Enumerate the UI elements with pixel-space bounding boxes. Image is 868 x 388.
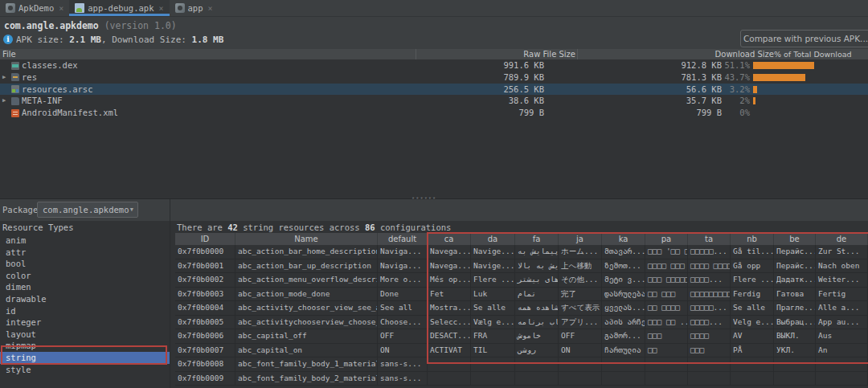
resource-type-string[interactable]: string <box>0 352 170 364</box>
tab-app-debug-apk[interactable]: app-debug.apk × <box>69 0 169 16</box>
string-cell: Selecc... <box>428 316 471 329</box>
file-row[interactable]: classes.dex991.6 KB912.8 KB51.1% <box>0 59 868 71</box>
string-cell: 0x7f0b0005 <box>175 316 235 329</box>
chevron-right-icon[interactable]: ▶ <box>2 71 6 84</box>
string-cell <box>428 372 471 386</box>
string-cell: 0x7f0b0008 <box>175 357 235 371</box>
file-row[interactable]: ▶res789.9 KB781.3 KB43.7% <box>0 71 868 84</box>
close-icon[interactable]: × <box>207 4 212 13</box>
resource-type-layout[interactable]: layout <box>0 329 170 341</box>
apk-file-icon <box>75 3 84 13</box>
string-table-row[interactable]: 0x7f0b0003abc_action_mode_doneDoneFetLuk… <box>175 288 868 302</box>
string-column-header-fa[interactable]: fa <box>515 233 559 245</box>
resource-type-drawable[interactable]: drawable <box>0 293 170 305</box>
string-table-row[interactable]: 0x7f0b0008abc_font_family_body_1_materia… <box>175 357 868 372</box>
string-table-row[interactable]: 0x7f0b0002abc_action_menu_overflow_descr… <box>175 273 868 288</box>
string-cell: PÅ <box>731 344 774 357</box>
string-table-row[interactable]: 0x7f0b0007abc_capital_onONACTIVATTILروشن… <box>175 344 868 358</box>
string-table-row[interactable]: 0x7f0b0000abc_action_bar_home_descriptio… <box>175 245 868 259</box>
string-column-header-nb[interactable]: nb <box>731 233 774 245</box>
string-table-row[interactable]: 0x7f0b0005abc_activitychooserview_choose… <box>175 316 868 330</box>
string-column-header-ka[interactable]: ka <box>602 233 645 245</box>
string-column-header-ID[interactable]: ID <box>175 233 235 245</box>
chevron-right-icon[interactable]: ▶ <box>2 95 6 107</box>
download-size-bar <box>753 86 757 93</box>
string-cell <box>515 372 559 386</box>
string-cell: その他... <box>559 273 602 287</box>
string-column-header-Name[interactable]: Name <box>235 233 378 245</box>
string-cell: □□□□□... <box>688 245 731 259</box>
editor-tab-bar: ApkDemo × app-debug.apk × app × <box>0 0 868 17</box>
string-cell: abc_activity_chooser_view_see_all <box>235 301 378 315</box>
string-cell: □□□□... <box>688 316 731 329</box>
package-dropdown[interactable]: com.angle.apkdemo ▼ <box>37 202 138 218</box>
string-cell: More o... <box>378 273 428 287</box>
string-cell: Naviga... <box>378 245 428 259</box>
column-header-file[interactable]: File <box>0 49 416 59</box>
column-header-download-size[interactable]: Download Size <box>578 49 774 59</box>
string-column-header-ca[interactable]: ca <box>428 233 471 245</box>
string-resources-table: IDNamedefaultcadafajakapatanbbede 0x7f0b… <box>175 233 868 388</box>
project-icon <box>6 3 15 13</box>
string-cell: □□□□ □□□ <box>645 259 688 273</box>
string-cell: روشن <box>515 344 559 357</box>
string-cell: 完了 <box>559 288 602 301</box>
string-table-row[interactable]: 0x7f0b0009abc_font_family_body_2_materia… <box>175 372 868 386</box>
resource-type-integer[interactable]: integer <box>0 317 170 329</box>
tab-app[interactable]: app × <box>170 0 219 16</box>
close-icon[interactable]: × <box>59 4 63 13</box>
file-row[interactable]: ▶META-INF38.6 KB35.7 KB2% <box>0 95 868 107</box>
string-cell: 上へ移動 <box>559 259 602 273</box>
resource-type-style[interactable]: style <box>0 364 170 376</box>
file-row[interactable]: AndroidManifest.xml799 B799 B0% <box>0 107 868 119</box>
string-cell: Zur St... <box>816 245 868 259</box>
string-cell <box>774 372 816 386</box>
string-cell: გამორ... <box>602 329 645 343</box>
string-column-header-pa[interactable]: pa <box>645 233 688 245</box>
string-table-header: IDNamedefaultcadafajakapatanbbede <box>175 233 868 245</box>
string-column-header-da[interactable]: da <box>471 233 515 245</box>
string-cell <box>688 357 731 371</box>
resource-type-dimen[interactable]: dimen <box>0 281 170 293</box>
resource-type-mipmap[interactable]: mipmap <box>0 340 170 352</box>
string-table-row[interactable]: 0x7f0b0006abc_capital_offOFFDESACT...FRA… <box>175 329 868 344</box>
string-cell: An <box>816 344 868 357</box>
column-header-raw-file-size[interactable]: Raw File Size <box>416 49 578 59</box>
resource-type-anim[interactable]: anim <box>0 235 170 247</box>
string-column-header-default[interactable]: default <box>378 233 428 245</box>
close-icon[interactable]: × <box>158 4 163 13</box>
tab-apkdemo[interactable]: ApkDemo × <box>0 0 69 16</box>
string-cell <box>645 372 688 386</box>
string-column-header-de[interactable]: de <box>816 233 868 245</box>
compare-with-previous-apk-button[interactable]: Compare with previous APK... <box>740 30 868 47</box>
column-header-pct-total[interactable]: % of Total Download size <box>774 49 868 59</box>
string-cell: მთავარ... <box>602 245 645 259</box>
resource-type-color[interactable]: color <box>0 270 170 282</box>
string-cell <box>471 357 515 371</box>
string-cell: □□□□□... <box>688 301 731 315</box>
download-size-bar <box>753 74 805 81</box>
summary-count: 42 <box>227 223 238 232</box>
string-cell: ON <box>559 344 602 357</box>
string-cell: すべて表示 <box>559 301 602 315</box>
string-table-row[interactable]: 0x7f0b0001abc_action_bar_up_descriptionN… <box>175 259 868 274</box>
string-cell: Weiter... <box>816 273 868 287</box>
string-cell: Navige... <box>471 259 515 273</box>
file-name: classes.dex <box>22 59 78 71</box>
module-icon <box>175 3 185 13</box>
resource-type-attr[interactable]: attr <box>0 247 170 259</box>
string-column-header-ja[interactable]: ja <box>559 233 602 245</box>
string-cell: Fertig <box>816 288 868 301</box>
string-column-header-be[interactable]: be <box>774 233 816 245</box>
string-column-header-ta[interactable]: ta <box>688 233 731 245</box>
string-cell: abc_capital_on <box>235 344 378 357</box>
raw-file-size: 991.6 KB <box>416 59 544 71</box>
string-cell: Nach oben <box>816 259 868 273</box>
apk-analyzer-window: ApkDemo × app-debug.apk × app × com.angl… <box>0 0 868 388</box>
file-row[interactable]: resources.arsc256.5 KB56.6 KB3.2% <box>0 84 868 96</box>
vertical-panel-divider <box>170 199 170 388</box>
resource-type-id[interactable]: id <box>0 305 170 317</box>
string-table-row[interactable]: 0x7f0b0004abc_activity_chooser_view_see_… <box>175 301 868 316</box>
resource-type-bool[interactable]: bool <box>0 258 170 270</box>
apk-package-title: com.angle.apkdemo (version 1.0) <box>4 20 177 31</box>
